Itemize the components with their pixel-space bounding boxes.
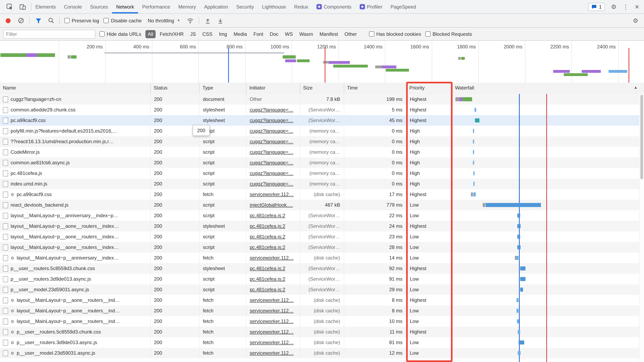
- initiator-link[interactable]: serviceworker.112…: [250, 340, 294, 345]
- table-row[interactable]: ⚙layout__MainLayout~p__aone__routers__in…: [0, 316, 644, 327]
- scrollbar-thumb[interactable]: [640, 95, 643, 179]
- device-toolbar-icon[interactable]: [18, 2, 28, 11]
- tab-lighthouse[interactable]: Lighthouse: [258, 0, 290, 13]
- has-blocked-cookies-checkbox[interactable]: Has blocked cookies: [369, 31, 421, 37]
- import-har-button[interactable]: [204, 16, 212, 25]
- table-row[interactable]: ⚙p__user__model.23d59031.async.js200fetc…: [0, 348, 644, 358]
- kebab-menu-icon[interactable]: ⋮: [622, 4, 629, 10]
- network-conditions-button[interactable]: [186, 16, 194, 25]
- hide-data-urls-checkbox[interactable]: Hide data URLs: [100, 31, 141, 37]
- initiator-link[interactable]: cuggz?language=…: [250, 128, 293, 134]
- tab-application[interactable]: Application: [200, 0, 232, 13]
- filter-pill-img[interactable]: Img: [216, 30, 230, 38]
- column-header-initiator[interactable]: Initiator: [246, 83, 300, 94]
- filter-pill-manifest[interactable]: Manifest: [317, 30, 340, 38]
- filter-pill-other[interactable]: Other: [342, 30, 359, 38]
- record-button[interactable]: [4, 16, 12, 25]
- filter-pill-fetch-xhr[interactable]: Fetch/XHR: [157, 30, 186, 38]
- inspect-element-icon[interactable]: [5, 2, 15, 11]
- filter-pill-all[interactable]: All: [145, 30, 156, 38]
- initiator-link[interactable]: pc.481cefea.js:2: [250, 244, 285, 250]
- table-row[interactable]: react_devtools_backend.js200scriptinject…: [0, 200, 644, 210]
- initiator-link[interactable]: serviceworker.112…: [250, 319, 294, 324]
- preserve-log-checkbox[interactable]: Preserve log: [64, 18, 99, 23]
- tab-pagespeed[interactable]: PageSpeed: [386, 0, 420, 13]
- filter-pill-css[interactable]: CSS: [200, 30, 215, 38]
- table-row[interactable]: CodeMirror.js200scriptcuggz?language=…(m…: [0, 147, 644, 158]
- initiator-link[interactable]: cuggz?language=…: [250, 160, 293, 166]
- waterfall-sort-icon[interactable]: ▲: [634, 85, 638, 89]
- filter-toggle-button[interactable]: [34, 16, 42, 25]
- filter-pill-ws[interactable]: WS: [282, 30, 295, 38]
- initiator-link[interactable]: cuggz?language=…: [250, 181, 293, 187]
- search-button[interactable]: [47, 16, 55, 25]
- filter-pill-font[interactable]: Font: [251, 30, 266, 38]
- blocked-requests-checkbox[interactable]: Blocked Requests: [425, 31, 472, 37]
- table-row[interactable]: pc.481cefea.js200scriptcuggz?language=…(…: [0, 168, 644, 179]
- column-header-time[interactable]: Time: [344, 83, 406, 94]
- initiator-link[interactable]: pc.481cefea.js:2: [250, 223, 285, 229]
- initiator-link[interactable]: pc.481cefea.js:2: [250, 276, 285, 282]
- filter-pill-js[interactable]: JS: [188, 30, 198, 38]
- preserve-log-checkbox-input[interactable]: [64, 18, 70, 23]
- table-row[interactable]: layout__MainLayout~p__aone__routers__ind…: [0, 242, 644, 253]
- blocked-requests-checkbox-input[interactable]: [425, 31, 430, 37]
- initiator-link[interactable]: pc.481cefea.js:2: [250, 287, 285, 292]
- timeline-overview[interactable]: 200 ms400 ms600 ms800 ms1000 ms1200 ms14…: [0, 41, 644, 84]
- initiator-link[interactable]: pc.481cefea.js:2: [250, 266, 285, 271]
- tab-network[interactable]: Network: [112, 0, 138, 13]
- table-row[interactable]: pc.a99cacf9.css200stylesheetcuggz?langua…: [0, 115, 644, 126]
- export-har-button[interactable]: [216, 16, 225, 25]
- tab-profiler[interactable]: Profiler: [356, 0, 386, 13]
- tab-performance[interactable]: Performance: [138, 0, 174, 13]
- table-row[interactable]: cuggz?language=zh-cn200documentOther7.8 …: [0, 94, 644, 105]
- initiator-link[interactable]: cuggz?language=…: [250, 107, 293, 113]
- initiator-link[interactable]: cuggz?language=…: [250, 149, 293, 155]
- table-row[interactable]: ??react/16.13.1/umd/react.production.min…: [0, 136, 644, 147]
- filter-pill-doc[interactable]: Doc: [267, 30, 281, 38]
- console-messages-badge[interactable]: 1: [588, 3, 605, 11]
- tab-redux[interactable]: Redux: [290, 0, 312, 13]
- table-row[interactable]: p__user__routers.5c8559d3.chunk.css200st…: [0, 263, 644, 274]
- table-row[interactable]: common.ae81fcb6.async.js200scriptcuggz?l…: [0, 158, 644, 168]
- clear-button[interactable]: [17, 16, 25, 25]
- disable-cache-checkbox-input[interactable]: [104, 18, 109, 23]
- filter-pill-media[interactable]: Media: [231, 30, 249, 38]
- has-blocked-cookies-checkbox-input[interactable]: [369, 31, 374, 37]
- tab-security[interactable]: Security: [232, 0, 258, 13]
- initiator-link[interactable]: serviceworker.112…: [250, 191, 294, 197]
- throttling-dropdown[interactable]: No throttling ▼: [146, 18, 182, 23]
- table-row[interactable]: p__user__model.23d59031.async.js200scrip…: [0, 284, 644, 295]
- network-settings-gear-icon[interactable]: ⚙: [633, 17, 638, 23]
- initiator-link[interactable]: cuggz?language=…: [250, 139, 293, 144]
- initiator-link[interactable]: serviceworker.112…: [250, 308, 294, 314]
- filter-input[interactable]: [3, 29, 95, 38]
- column-header-type[interactable]: Type: [200, 83, 246, 94]
- table-row[interactable]: ⚙pc.a99cacf9.css200fetchserviceworker.11…: [0, 189, 644, 200]
- initiator-link[interactable]: pc.481cefea.js:2: [250, 234, 285, 240]
- initiator-link[interactable]: serviceworker.112…: [250, 350, 294, 356]
- table-row[interactable]: ⚙layout__MainLayout~p__aone__routers__in…: [0, 306, 644, 316]
- table-row[interactable]: ⚙layout__MainLayout~p__aone__routers__in…: [0, 295, 644, 306]
- column-header-name[interactable]: Name: [0, 83, 151, 94]
- hide-data-urls-checkbox-input[interactable]: [100, 31, 105, 37]
- initiator-link[interactable]: serviceworker.112…: [250, 255, 294, 261]
- column-header-waterfall[interactable]: Waterfall: [452, 83, 644, 94]
- table-row[interactable]: index.umd.min.js200scriptcuggz?language=…: [0, 179, 644, 189]
- initiator-link[interactable]: cuggz?language=…: [250, 118, 293, 123]
- table-row[interactable]: polyfill.min.js?features=default,es2015,…: [0, 126, 644, 136]
- close-devtools-icon[interactable]: ×: [635, 3, 639, 10]
- table-row[interactable]: ⚙p__user__routers.3d9de013.async.js200fe…: [0, 337, 644, 348]
- table-row[interactable]: p__user__routers.3d9de013.async.js200scr…: [0, 274, 644, 284]
- initiator-link[interactable]: serviceworker.112…: [250, 297, 294, 303]
- column-header-priority[interactable]: Priority: [406, 83, 452, 94]
- tab-memory[interactable]: Memory: [174, 0, 200, 13]
- column-header-status[interactable]: Status: [151, 83, 200, 94]
- table-row[interactable]: ⚙p__user__routers.5c8559d3.chunk.css200f…: [0, 327, 644, 337]
- table-row[interactable]: ⚙layout__MainLayout~p__anniversary__inde…: [0, 253, 644, 263]
- vertical-scrollbar[interactable]: [639, 94, 644, 362]
- table-row[interactable]: layout__MainLayout~p__aone__routers__ind…: [0, 221, 644, 231]
- initiator-link[interactable]: pc.481cefea.js:2: [250, 213, 285, 218]
- filter-pill-wasm[interactable]: Wasm: [297, 30, 316, 38]
- tab-sources[interactable]: Sources: [86, 0, 112, 13]
